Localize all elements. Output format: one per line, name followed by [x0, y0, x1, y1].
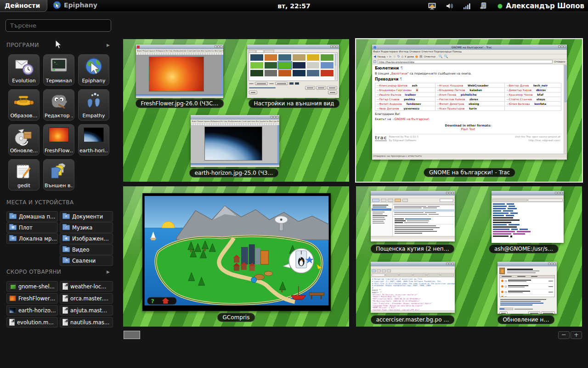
recent-earth-horizon[interactable]: earth-horizo…	[6, 305, 58, 316]
app-tile-freshflower[interactable]: FreshFlow…	[43, 124, 74, 155]
battery-icon[interactable]	[480, 2, 488, 10]
workspace-top-right-active[interactable]: GNOME на български! - Trac Файл Редактир…	[355, 38, 583, 183]
recent-label: FreshFlower…	[18, 295, 55, 302]
app-tile-earth-horizon[interactable]: earth-hori…	[78, 124, 109, 155]
place-music[interactable]: ♪ Музика	[60, 222, 113, 233]
gimp-window-icon	[137, 46, 140, 48]
app-tile-empathy[interactable]: Empathy	[78, 89, 109, 121]
window-thumb-earth-gimp[interactable]: Файл Редактиране Избиране Изглед Изображ…	[191, 115, 279, 167]
window-label: earth-horizon.jpg-25.0 (ЧЗ…	[189, 168, 279, 178]
go-button[interactable]: Отиване	[554, 60, 565, 63]
window-buttons	[548, 263, 556, 265]
workspace-indicator[interactable]	[124, 331, 140, 339]
earth-horizon-image	[204, 126, 262, 161]
recent-gnome-shell[interactable]: gnome-shel…	[6, 281, 58, 292]
document-icon	[9, 319, 15, 326]
window-thumb-appearance[interactable]	[247, 45, 339, 98]
update-details	[498, 297, 557, 307]
plain-text-link[interactable]: Plain Text	[375, 127, 561, 131]
app-tile-evolution[interactable]: Evolution	[8, 54, 40, 86]
recent-orca-master[interactable]: orca.master.…	[60, 293, 113, 304]
trac-page-content: Бюлетини ¶ В секция „Бюлетини“ са период…	[372, 64, 567, 154]
gedit-icon	[14, 162, 34, 181]
browser-toolbar[interactable]: ◀ Назад ▾ ▶ ⊘ ↻ ⌂ У дома ● ▤ Отметки 🔍 🔍	[372, 54, 567, 59]
window-label: ash@GNOME:/usr/s…	[489, 244, 559, 253]
workspace-bottom-left[interactable]: ? GCompris	[123, 186, 349, 327]
add-workspace-button[interactable]: +	[571, 331, 582, 339]
network-signal-icon[interactable]	[464, 3, 471, 9]
volume-icon[interactable]	[446, 3, 454, 9]
app-tile-terminal[interactable]: >_ Терминал	[43, 54, 74, 86]
place-home[interactable]: ⌂ Домашна п…	[6, 211, 58, 222]
stop-icon[interactable]: ⊘	[393, 55, 396, 58]
app-tile-gcompris[interactable]: Образов…	[8, 89, 40, 121]
recent-label: nautilus.mas…	[70, 319, 109, 326]
recent-nautilus-master[interactable]: nautilus.mas…	[60, 317, 113, 328]
page-icon	[373, 60, 376, 63]
bookmarks-icon[interactable]: ▤	[419, 55, 423, 58]
bulletins-link[interactable]: Бюлетини	[391, 72, 407, 75]
home-icon[interactable]: ⌂	[401, 55, 403, 58]
url-entry[interactable]: http://fsa-bg.org/project/gtp	[378, 60, 553, 63]
place-label: Музика	[72, 224, 92, 231]
recent-expander-icon[interactable]: ▶	[107, 270, 110, 274]
recent-evolution-master[interactable]: evolution.m…	[6, 317, 58, 328]
app-label: Образов…	[10, 113, 37, 119]
reload-icon[interactable]: ↻	[397, 55, 400, 58]
app-label: Evolution	[12, 78, 35, 84]
flower-thumbnail-icon	[9, 295, 16, 301]
app-tile-epiphany[interactable]: Epiphany	[78, 54, 109, 86]
history-icon[interactable]: ●	[415, 55, 418, 58]
app-tile-gimp[interactable]: Редактор …	[43, 89, 74, 121]
recent-label: earth-horizo…	[18, 307, 56, 314]
app-tile-gedit[interactable]: gedit	[8, 159, 40, 190]
window-thumb-updates[interactable]	[498, 262, 557, 314]
app-tile-appearance[interactable]: Външен в…	[43, 159, 74, 190]
window-thumb-freshflower-gimp[interactable]: Файл Редактиране Избиране Изглед Изображ…	[136, 45, 223, 98]
place-videos[interactable]: ▥ Видео	[60, 244, 113, 255]
place-downloads[interactable]: ◔ Свалени	[60, 255, 113, 266]
wallpaper-grid[interactable]	[250, 54, 334, 76]
user-menu[interactable]: Александър Шопов	[498, 2, 584, 10]
zoom-in-icon[interactable]: 🔍	[439, 55, 443, 58]
workspace-bottom-right[interactable]: Пощенска кутия (2 неп…	[356, 186, 582, 327]
window-thumb-gcompris[interactable]: ?	[142, 193, 331, 311]
gcompris-scene: ?	[144, 196, 329, 305]
window-label: GNOME на български! - Trac	[424, 168, 515, 177]
recent-anjuta-master[interactable]: anjuta.mast…	[60, 305, 113, 316]
place-local-network[interactable]: ⊞ Локална мр…	[6, 233, 58, 244]
place-pictures[interactable]: ◉ Изображен…	[60, 233, 113, 244]
zoom-out-icon[interactable]: 🔍	[444, 55, 448, 58]
workspace-top-left[interactable]: Файл Редактиране Избиране Изглед Изображ…	[123, 39, 349, 182]
app-label: Empathy	[82, 113, 105, 119]
window-thumb-evolution[interactable]	[371, 191, 455, 242]
app-tile-software-update[interactable]: Обновле…	[8, 124, 40, 155]
recent-header: СКОРО ОТВАРЯНИ	[6, 269, 61, 275]
app-label: Външен в…	[45, 183, 73, 189]
folder-tree-pane	[371, 203, 393, 236]
place-documents[interactable]: ≡ Документи	[60, 211, 113, 222]
back-icon[interactable]: ◀	[373, 55, 376, 58]
display-settings-icon[interactable]	[428, 3, 437, 10]
app-label: earth-hori…	[79, 148, 108, 154]
gimp-menubar: Файл Редактиране Избиране Изглед Изображ…	[136, 49, 223, 53]
recent-weather-loc[interactable]: weather-loc…	[60, 281, 113, 292]
team-link[interactable]: GNOME на български!	[394, 117, 429, 121]
gimp-icon	[49, 92, 68, 111]
trac-logo: trac	[375, 135, 387, 141]
remove-workspace-button[interactable]: −	[558, 331, 570, 339]
window-label: FreshFlower.jpg-26.0 (ЧЗС…	[136, 99, 224, 108]
window-thumb-gedit[interactable]: # Bulgarian translation of accerciser po…	[371, 262, 455, 313]
browser-addressbar[interactable]: http://fsa-bg.org/project/gtp Отиване	[372, 59, 567, 64]
window-buttons	[330, 46, 338, 48]
window-thumb-terminal[interactable]	[492, 191, 564, 243]
browser-menubar[interactable]: Файл Редактиране Изглед Отиване Отметки …	[372, 50, 567, 54]
place-desktop[interactable]: ▦ Плот	[6, 222, 58, 233]
browser-statusbar: Отваряне на прозореца с отметките	[372, 154, 567, 158]
search-input[interactable]	[6, 19, 111, 32]
recent-freshflower[interactable]: FreshFlower…	[6, 293, 58, 304]
window-thumb-epiphany-trac[interactable]: GNOME на български! - Trac Файл Редактир…	[372, 45, 567, 160]
browser-scrollbar[interactable]	[564, 64, 567, 154]
programs-expander-icon[interactable]: ▶	[107, 43, 110, 47]
forward-icon[interactable]: ▶	[390, 55, 392, 58]
